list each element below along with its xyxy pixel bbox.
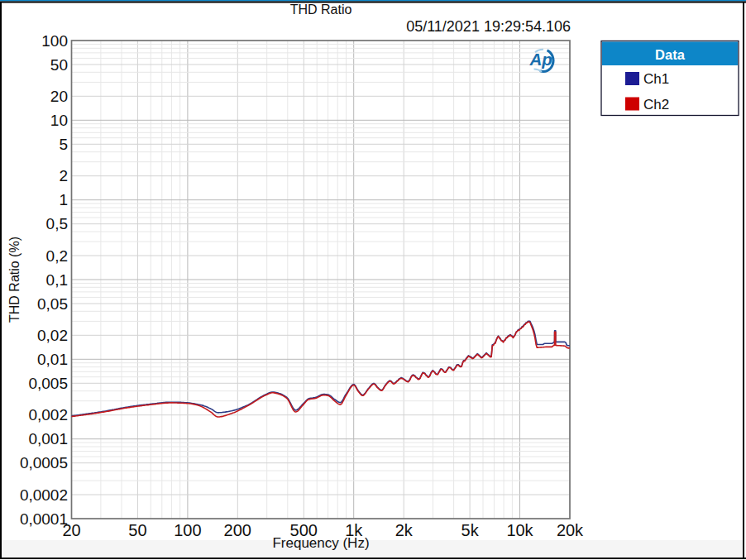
svg-text:100: 100 xyxy=(41,32,68,50)
svg-text:0,0001: 0,0001 xyxy=(20,510,68,528)
svg-text:0,02: 0,02 xyxy=(37,327,68,344)
svg-text:20k: 20k xyxy=(557,521,584,539)
svg-text:0,005: 0,005 xyxy=(28,375,68,392)
svg-text:2: 2 xyxy=(59,167,68,184)
svg-text:2k: 2k xyxy=(395,521,414,539)
svg-text:5k: 5k xyxy=(461,521,480,539)
svg-text:10: 10 xyxy=(50,112,68,129)
svg-text:1: 1 xyxy=(59,191,68,208)
svg-text:20: 20 xyxy=(62,521,80,539)
svg-text:200: 200 xyxy=(224,521,251,539)
svg-text:THD Ratio (%): THD Ratio (%) xyxy=(7,237,22,323)
svg-text:0,0005: 0,0005 xyxy=(20,454,68,471)
svg-text:50: 50 xyxy=(50,56,68,74)
svg-text:THD Ratio: THD Ratio xyxy=(290,2,352,17)
svg-text:05/11/2021 19:29:54.106: 05/11/2021 19:29:54.106 xyxy=(406,18,571,35)
svg-text:5: 5 xyxy=(59,136,68,153)
svg-text:1k: 1k xyxy=(345,521,363,539)
svg-text:Data: Data xyxy=(655,47,686,62)
svg-text:0,01: 0,01 xyxy=(37,351,68,368)
svg-text:500: 500 xyxy=(290,521,318,539)
svg-text:20: 20 xyxy=(50,88,68,105)
svg-text:0,002: 0,002 xyxy=(28,406,68,424)
svg-text:Ch2: Ch2 xyxy=(643,97,669,112)
svg-text:0,001: 0,001 xyxy=(28,430,68,448)
svg-text:100: 100 xyxy=(174,521,201,539)
svg-text:0,1: 0,1 xyxy=(46,271,68,289)
svg-text:50: 50 xyxy=(128,521,146,539)
svg-text:0,05: 0,05 xyxy=(37,295,68,313)
svg-text:0,5: 0,5 xyxy=(46,215,68,232)
svg-text:10k: 10k xyxy=(506,521,533,539)
svg-text:0,2: 0,2 xyxy=(46,247,68,265)
svg-text:0,0002: 0,0002 xyxy=(20,486,68,504)
svg-text:Ch1: Ch1 xyxy=(643,71,669,87)
